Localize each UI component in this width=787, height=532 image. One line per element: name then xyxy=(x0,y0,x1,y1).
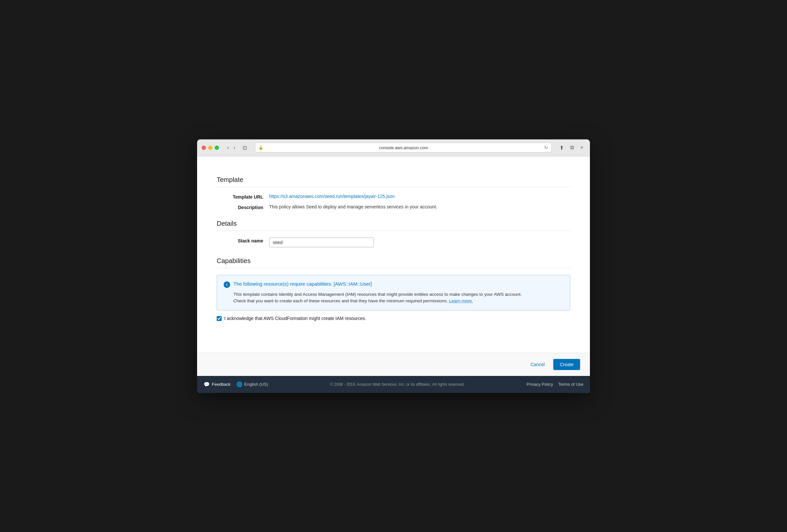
back-button[interactable]: ‹ xyxy=(226,143,231,152)
feedback-button[interactable]: 💬 Feedback xyxy=(204,381,231,387)
template-url-label: Template URL xyxy=(217,194,269,200)
template-url-value[interactable]: https://s3.amazonaws.com/seed.run/templa… xyxy=(269,194,395,199)
feedback-label: Feedback xyxy=(212,382,231,387)
capabilities-header: i The following resource(s) require capa… xyxy=(224,281,563,288)
share-button[interactable]: ⬆ xyxy=(557,143,566,152)
details-section-title: Details xyxy=(217,220,570,231)
terms-of-use-link[interactable]: Terms of Use xyxy=(558,382,583,387)
new-tab-button[interactable]: ⧉ xyxy=(568,143,576,152)
traffic-lights xyxy=(202,146,219,150)
capabilities-info-box: i The following resource(s) require capa… xyxy=(217,275,570,311)
minimize-button[interactable] xyxy=(208,146,212,150)
cancel-button[interactable]: Cancel xyxy=(526,359,549,370)
reload-button[interactable]: ↻ xyxy=(544,145,548,150)
capabilities-body-text1: This template contains Identity and Acce… xyxy=(233,292,522,297)
language-label: English (US) xyxy=(244,382,268,387)
nav-buttons: ‹ › xyxy=(226,143,237,152)
browser-footer: 💬 Feedback 🌐 English (US) © 2008 - 2019,… xyxy=(197,376,590,393)
url-display: console.aws.amazon.com xyxy=(265,145,542,150)
ack-label: I acknowledge that AWS CloudFormation mi… xyxy=(224,316,366,321)
globe-icon: 🌐 xyxy=(236,381,242,387)
details-section: Details Stack name xyxy=(217,220,570,247)
stack-name-row: Stack name xyxy=(217,238,570,247)
lock-icon: 🔒 xyxy=(259,146,263,150)
language-selector[interactable]: 🌐 English (US) xyxy=(236,381,268,387)
maximize-button[interactable] xyxy=(215,146,219,150)
sidebar-toggle-button[interactable]: ⊡ xyxy=(240,143,249,152)
stack-name-label: Stack name xyxy=(217,238,269,243)
description-value: This policy allows Seed to deploy and ma… xyxy=(269,204,438,209)
add-tab-button[interactable]: + xyxy=(578,143,585,152)
forward-button[interactable]: › xyxy=(232,143,237,152)
footer-left: 💬 Feedback 🌐 English (US) xyxy=(204,381,268,387)
page-content: Template Template URL https://s3.amazona… xyxy=(197,156,590,353)
description-row: Description This policy allows Seed to d… xyxy=(217,204,570,210)
stack-name-input[interactable] xyxy=(269,238,374,247)
footer-copyright: © 2008 - 2019, Amazon Web Services, Inc.… xyxy=(268,382,526,387)
footer-right: Privacy Policy Terms of Use xyxy=(527,382,584,387)
footer-actions: Cancel Create xyxy=(197,353,590,376)
learn-more-link[interactable]: Learn more. xyxy=(449,298,473,303)
template-section-title: Template xyxy=(217,176,570,187)
browser-titlebar: ‹ › ⊡ 🔒 console.aws.amazon.com ↻ ⬆ ⧉ + xyxy=(197,139,590,156)
browser-window: ‹ › ⊡ 🔒 console.aws.amazon.com ↻ ⬆ ⧉ + T… xyxy=(197,139,590,393)
template-section: Template Template URL https://s3.amazona… xyxy=(217,176,570,210)
ack-checkbox[interactable] xyxy=(217,316,221,321)
capabilities-section-title: Capabilities xyxy=(217,257,570,268)
capabilities-body: This template contains Identity and Acce… xyxy=(233,291,563,305)
description-label: Description xyxy=(217,204,269,210)
chat-icon: 💬 xyxy=(204,381,210,387)
close-button[interactable] xyxy=(202,146,206,150)
browser-actions: ⬆ ⧉ + xyxy=(557,143,585,152)
create-button[interactable]: Create xyxy=(553,359,580,370)
capabilities-body-text2: Check that you want to create each of th… xyxy=(233,298,448,303)
capabilities-section: Capabilities i The following resource(s)… xyxy=(217,257,570,321)
capabilities-box-title: The following resource(s) require capabi… xyxy=(233,281,372,287)
template-url-row: Template URL https://s3.amazonaws.com/se… xyxy=(217,194,570,200)
privacy-policy-link[interactable]: Privacy Policy xyxy=(527,382,553,387)
info-icon: i xyxy=(224,281,230,288)
address-bar: 🔒 console.aws.amazon.com ↻ xyxy=(255,143,552,153)
acknowledgement-row: I acknowledge that AWS CloudFormation mi… xyxy=(217,316,570,321)
